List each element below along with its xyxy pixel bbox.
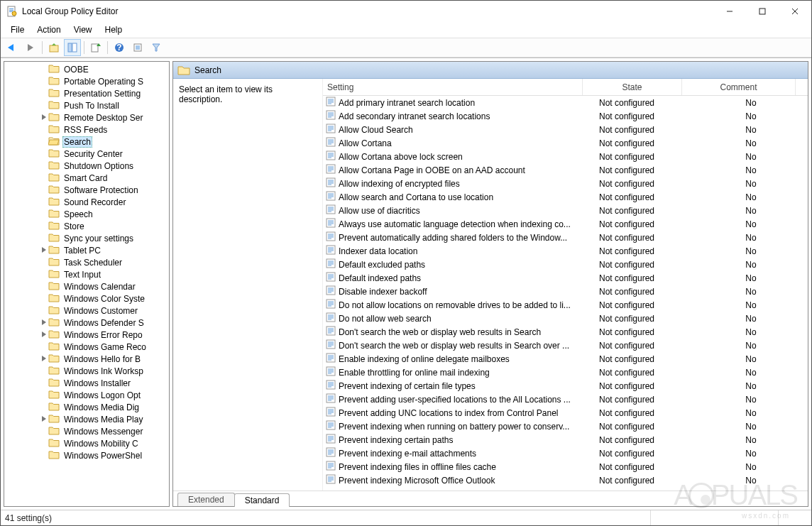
menu-action[interactable]: Action [31, 23, 66, 36]
setting-state-cell: Not configured [595, 435, 694, 445]
setting-row[interactable]: Prevent automatically adding shared fold… [323, 231, 808, 244]
tree-item[interactable]: Windows Media Play [4, 413, 169, 425]
setting-row[interactable]: Prevent adding UNC locations to index fr… [323, 406, 808, 420]
setting-row[interactable]: Prevent indexing of certain file typesNo… [323, 379, 808, 393]
tree-item[interactable]: Software Protection [4, 184, 169, 196]
setting-row[interactable]: Enable indexing of online delegate mailb… [323, 352, 808, 366]
setting-row[interactable]: Prevent indexing e-mail attachmentsNot c… [323, 446, 808, 460]
tree-scroll[interactable]: OOBEPortable Operating SPresentation Set… [4, 62, 169, 506]
export-list-button[interactable] [87, 39, 104, 56]
tree-item[interactable]: Text Input [4, 268, 169, 280]
setting-state-cell: Not configured [595, 206, 694, 216]
tree-item[interactable]: OOBE [4, 63, 169, 75]
setting-row[interactable]: Allow CortanaNot configuredNo [323, 136, 808, 150]
tree-item[interactable]: Windows Hello for B [4, 353, 169, 365]
setting-row[interactable]: Prevent indexing certain pathsNot config… [323, 433, 808, 446]
setting-row[interactable]: Prevent indexing when running on battery… [323, 420, 808, 433]
tree-item-label: Smart Card [62, 173, 109, 183]
properties-button[interactable] [129, 39, 146, 56]
tree-item[interactable]: Windows Calendar [4, 280, 169, 292]
column-header-setting[interactable]: Setting [323, 79, 583, 95]
tree-item[interactable]: Shutdown Options [4, 160, 169, 172]
setting-name: Prevent indexing of certain file types [339, 381, 476, 391]
setting-row[interactable]: Default indexed pathsNot configuredNo [323, 271, 808, 285]
setting-row[interactable]: Allow search and Cortana to use location… [323, 190, 808, 204]
setting-state-cell: Not configured [595, 341, 694, 351]
setting-row[interactable]: Allow Cloud SearchNot configuredNo [323, 123, 808, 136]
tree-item[interactable]: Windows Error Repo [4, 329, 169, 341]
tree-item[interactable]: Windows Logon Opt [4, 389, 169, 401]
nav-back-button[interactable] [4, 39, 21, 56]
menu-help[interactable]: Help [99, 23, 128, 36]
column-header-comment[interactable]: Comment [682, 79, 796, 95]
nav-forward-button[interactable] [22, 39, 39, 56]
tree-item[interactable]: Store [4, 220, 169, 232]
setting-row[interactable]: Don't search the web or display web resu… [323, 339, 808, 352]
svg-rect-40 [327, 124, 335, 133]
tree-item[interactable]: Smart Card [4, 172, 169, 184]
setting-row[interactable]: Add primary intranet search locationNot … [323, 96, 808, 109]
close-button[interactable] [779, 1, 811, 22]
setting-row[interactable]: Do not allow locations on removable driv… [323, 298, 808, 312]
setting-row[interactable]: Prevent indexing files in offline files … [323, 460, 808, 473]
svg-rect-105 [327, 300, 335, 308]
tree-item[interactable]: Remote Desktop Ser [4, 111, 169, 124]
tree-item[interactable]: Windows PowerShel [4, 449, 169, 461]
help-button[interactable]: ? [111, 39, 128, 56]
tree-item[interactable]: Windows Messenger [4, 425, 169, 437]
tree-item[interactable]: Task Scheduler [4, 256, 169, 268]
filter-button[interactable] [148, 39, 165, 56]
tree-item[interactable]: Windows Installer [4, 377, 169, 389]
tree-item[interactable]: Sound Recorder [4, 196, 169, 208]
tree-expander-icon[interactable] [40, 114, 48, 121]
setting-row[interactable]: Allow Cortana Page in OOBE on an AAD acc… [323, 163, 808, 177]
tree-item[interactable]: Windows Color Syste [4, 292, 169, 305]
setting-row[interactable]: Enable throttling for online mail indexi… [323, 366, 808, 379]
setting-row[interactable]: Always use automatic language detection … [323, 217, 808, 231]
setting-row[interactable]: Disable indexer backoffNot configuredNo [323, 285, 808, 298]
setting-row[interactable]: Allow use of diacriticsNot configuredNo [323, 204, 808, 217]
up-level-button[interactable] [45, 39, 62, 56]
setting-row[interactable]: Allow indexing of encrypted filesNot con… [323, 177, 808, 190]
tree-item[interactable]: Windows Customer [4, 305, 169, 317]
setting-row[interactable]: Don't search the web or display web resu… [323, 325, 808, 339]
tree-item-label: Windows Ink Worksp [62, 366, 145, 376]
tree-item[interactable]: Windows Media Dig [4, 401, 169, 413]
tree-expander-icon[interactable] [40, 331, 48, 339]
tree-item[interactable]: Windows Defender S [4, 317, 169, 329]
tree-expander-icon[interactable] [40, 246, 48, 254]
menu-view[interactable]: View [68, 23, 98, 36]
tab-standard[interactable]: Standard [234, 493, 290, 507]
setting-row[interactable]: Default excluded pathsNot configuredNo [323, 258, 808, 271]
tree-item[interactable]: Windows Mobility C [4, 437, 169, 449]
show-hide-tree-button[interactable] [64, 39, 81, 56]
tree-item[interactable]: Sync your settings [4, 232, 169, 244]
setting-row[interactable]: Prevent indexing Microsoft Office Outloo… [323, 473, 808, 487]
tree-item[interactable]: Tablet PC [4, 244, 169, 256]
maximize-button[interactable] [746, 1, 779, 22]
tree-item[interactable]: Security Center [4, 148, 169, 160]
setting-row[interactable]: Add secondary intranet search locationsN… [323, 109, 808, 123]
folder-icon [48, 256, 62, 268]
tree-item-label: Windows Media Dig [62, 402, 141, 412]
tree-item[interactable]: Windows Ink Worksp [4, 365, 169, 377]
tree-item[interactable]: Windows Game Reco [4, 341, 169, 353]
setting-row[interactable]: Prevent adding user-specified locations … [323, 393, 808, 406]
list-body[interactable]: Add primary intranet search locationNot … [323, 96, 808, 491]
tab-extended[interactable]: Extended [177, 493, 235, 506]
menu-file[interactable]: File [5, 23, 30, 36]
tree-expander-icon[interactable] [40, 355, 48, 363]
tree-item[interactable]: Search [4, 136, 169, 148]
setting-row[interactable]: Allow Cortana above lock screenNot confi… [323, 150, 808, 163]
minimize-button[interactable] [713, 1, 746, 22]
column-header-state[interactable]: State [583, 79, 682, 95]
tree-item[interactable]: Speech [4, 208, 169, 220]
tree-item[interactable]: RSS Feeds [4, 124, 169, 136]
setting-row[interactable]: Indexer data locationNot configuredNo [323, 244, 808, 258]
setting-row[interactable]: Do not allow web searchNot configuredNo [323, 312, 808, 325]
tree-item[interactable]: Portable Operating S [4, 75, 169, 87]
tree-item[interactable]: Push To Install [4, 99, 169, 111]
tree-expander-icon[interactable] [40, 415, 48, 423]
tree-expander-icon[interactable] [40, 319, 48, 327]
tree-item[interactable]: Presentation Setting [4, 87, 169, 99]
